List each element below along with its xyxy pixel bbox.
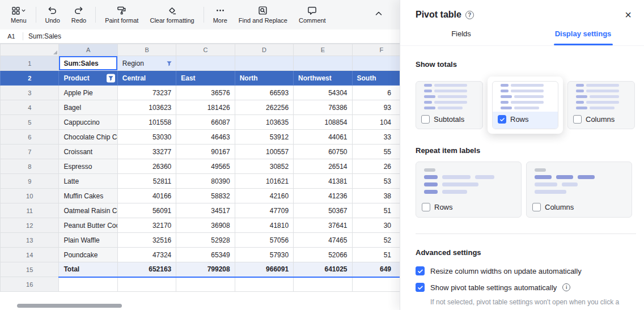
region-filter-icon[interactable] xyxy=(165,59,173,67)
redo-button[interactable]: Redo xyxy=(66,3,91,26)
cell-value[interactable]: 32516 xyxy=(117,233,176,248)
rows-checkbox[interactable] xyxy=(498,115,506,124)
cell-value[interactable]: 41381 xyxy=(294,174,352,189)
row-header-16[interactable]: 16 xyxy=(1,277,59,292)
menu-button[interactable]: Menu xyxy=(6,3,32,26)
cell-row1-empty[interactable] xyxy=(235,56,293,71)
cell-empty[interactable] xyxy=(117,277,176,292)
close-icon[interactable]: × xyxy=(621,8,635,22)
cell-value[interactable]: 101558 xyxy=(117,115,176,130)
show-settings-checkbox[interactable] xyxy=(416,283,425,292)
row-header-4[interactable]: 4 xyxy=(1,100,59,115)
subtotals-checkbox[interactable] xyxy=(421,115,430,124)
horizontal-scrollbar[interactable] xyxy=(17,304,122,308)
cell-value[interactable]: 26360 xyxy=(117,159,176,174)
row-header-10[interactable]: 10 xyxy=(1,189,59,203)
column-header-D[interactable]: D xyxy=(235,44,293,56)
cell-empty[interactable] xyxy=(352,277,400,292)
cell-value[interactable]: 47465 xyxy=(294,233,352,248)
cell-value[interactable]: 52928 xyxy=(176,233,235,248)
cell-product-name[interactable]: Chocolate Chip Cookies xyxy=(59,130,117,145)
cell-value[interactable]: 30852 xyxy=(235,159,293,174)
cell-product-name[interactable]: Oatmeal Raisin Cookies xyxy=(59,203,117,218)
cell-value[interactable]: 52066 xyxy=(294,248,352,262)
cell-value[interactable]: 80390 xyxy=(176,174,235,189)
cell-total-label[interactable]: Total xyxy=(59,262,117,277)
row-header-11[interactable]: 11 xyxy=(1,203,59,218)
cell-product-name[interactable]: Poundcake xyxy=(59,248,117,262)
cell-total-value[interactable]: 652163 xyxy=(117,262,176,277)
cell-value[interactable]: 104 xyxy=(352,115,400,130)
cell-empty[interactable] xyxy=(176,277,235,292)
comment-button[interactable]: Comment xyxy=(294,3,331,26)
info-icon[interactable]: i xyxy=(562,283,570,291)
repeat-rows-option-card[interactable]: Rows xyxy=(416,162,522,218)
cell-reference-box[interactable]: A1 xyxy=(0,33,23,40)
cell-value[interactable]: 57930 xyxy=(235,248,293,262)
cell-region-header-south[interactable]: South xyxy=(352,71,400,86)
cell-value[interactable]: 33277 xyxy=(117,145,176,159)
cell-value[interactable]: 32170 xyxy=(117,218,176,233)
cell-value[interactable]: 73237 xyxy=(117,86,176,100)
cell-value[interactable]: 36576 xyxy=(176,86,235,100)
columns-option-card[interactable]: Columns xyxy=(567,81,635,129)
cell-value[interactable]: 90167 xyxy=(176,145,235,159)
cell-value[interactable]: 108854 xyxy=(294,115,352,130)
cell-value[interactable]: 103623 xyxy=(117,100,176,115)
cell-total-value[interactable]: 649 xyxy=(352,262,400,277)
cell-region-header-northwest[interactable]: Northwest xyxy=(294,71,352,86)
row-header-7[interactable]: 7 xyxy=(1,145,59,159)
tab-fields[interactable]: Fields xyxy=(400,25,522,45)
cell-value[interactable]: 49565 xyxy=(176,159,235,174)
row-header-6[interactable]: 6 xyxy=(1,130,59,145)
cell-value[interactable]: 51 xyxy=(352,203,400,218)
cell-value[interactable]: 60750 xyxy=(294,145,352,159)
cell-B1[interactable]: Region xyxy=(117,56,176,71)
cell-value[interactable]: 55 xyxy=(352,145,400,159)
cell-value[interactable]: 30 xyxy=(352,218,400,233)
cell-product-name[interactable]: Bagel xyxy=(59,100,117,115)
cell-row1-empty[interactable] xyxy=(294,56,352,71)
cell-region-header-east[interactable]: East xyxy=(176,71,235,86)
cell-value[interactable]: 54304 xyxy=(294,86,352,100)
row-header-8[interactable]: 8 xyxy=(1,159,59,174)
column-header-B[interactable]: B xyxy=(117,44,176,56)
cell-value[interactable]: 41236 xyxy=(294,189,352,203)
row-header-5[interactable]: 5 xyxy=(1,115,59,130)
cell-product-name[interactable]: Muffin Cakes xyxy=(59,189,117,203)
cell-value[interactable]: 37641 xyxy=(294,218,352,233)
row-header-9[interactable]: 9 xyxy=(1,174,59,189)
cell-value[interactable]: 101621 xyxy=(235,174,293,189)
cell-value[interactable]: 93 xyxy=(352,100,400,115)
cell-product-name[interactable]: Cappuccino xyxy=(59,115,117,130)
cell-A2-product-header[interactable]: Product xyxy=(59,71,117,86)
resize-columns-checkbox[interactable] xyxy=(416,266,425,275)
cell-value[interactable]: 34517 xyxy=(176,203,235,218)
cell-region-header-central[interactable]: Central xyxy=(117,71,176,86)
cell-value[interactable]: 51 xyxy=(352,248,400,262)
cell-value[interactable]: 53030 xyxy=(117,130,176,145)
cell-value[interactable]: 66087 xyxy=(176,115,235,130)
cell-value[interactable]: 262256 xyxy=(235,100,293,115)
cell-value[interactable]: 44061 xyxy=(294,130,352,145)
select-all-corner[interactable] xyxy=(1,44,59,56)
cell-value[interactable]: 52811 xyxy=(117,174,176,189)
cell-A1-selected[interactable]: Sum:Sales xyxy=(59,56,117,71)
cell-empty[interactable] xyxy=(235,277,293,292)
cell-value[interactable]: 26 xyxy=(352,159,400,174)
column-header-C[interactable]: C xyxy=(176,44,235,56)
column-header-F[interactable]: F xyxy=(352,44,400,56)
cell-value[interactable]: 53912 xyxy=(235,130,293,145)
cell-empty[interactable] xyxy=(59,277,117,292)
cell-product-name[interactable]: Croissant xyxy=(59,145,117,159)
cell-total-value[interactable]: 966091 xyxy=(235,262,293,277)
more-button[interactable]: More xyxy=(208,3,232,26)
cell-value[interactable]: 53 xyxy=(352,174,400,189)
column-header-A[interactable]: A xyxy=(59,44,117,56)
cell-region-header-north[interactable]: North xyxy=(235,71,293,86)
row-header-1[interactable]: 1 xyxy=(1,56,59,71)
product-filter-icon[interactable] xyxy=(107,74,115,82)
cell-product-name[interactable]: Apple Pie xyxy=(59,86,117,100)
formula-input[interactable]: Sum:Sales xyxy=(28,32,61,40)
repeat-columns-checkbox[interactable] xyxy=(532,203,541,211)
